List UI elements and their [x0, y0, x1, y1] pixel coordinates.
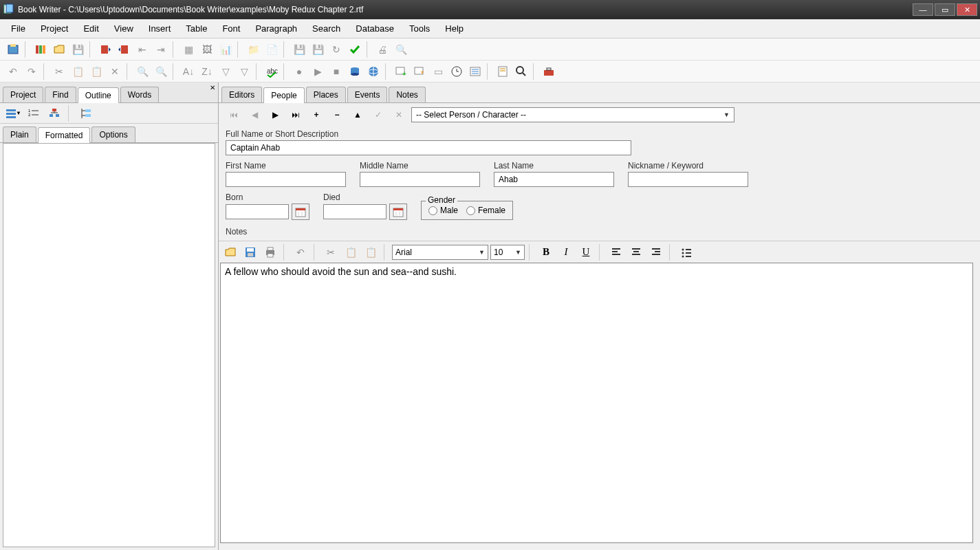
remove-icon[interactable]: − — [329, 108, 345, 122]
filter-icon[interactable]: ▽ — [217, 63, 235, 80]
subtab-plain[interactable]: Plain — [3, 126, 36, 142]
menu-file[interactable]: File — [4, 21, 32, 36]
gender-female-radio[interactable] — [466, 206, 475, 215]
book-in-icon[interactable] — [96, 41, 114, 58]
panel-close-icon[interactable]: ✕ — [210, 84, 215, 91]
table-icon[interactable]: ▦ — [179, 41, 197, 58]
minimize-button[interactable]: — — [913, 3, 933, 16]
project-icon[interactable] — [4, 41, 22, 58]
edit-up-icon[interactable]: ▲ — [349, 108, 366, 122]
gender-female-option[interactable]: Female — [466, 206, 505, 215]
tab-places[interactable]: Places — [306, 87, 346, 102]
paste-icon[interactable]: 📋 — [87, 63, 105, 80]
nickname-input[interactable] — [628, 172, 748, 187]
card-add-icon[interactable]: + — [392, 63, 410, 80]
gender-male-radio[interactable] — [428, 206, 437, 215]
print-icon[interactable]: 🖨 — [373, 41, 391, 58]
card-icon[interactable]: ▭ — [429, 63, 447, 80]
card-new-icon[interactable]: * — [411, 63, 428, 80]
bold-button[interactable]: B — [537, 244, 555, 261]
tab-outline[interactable]: Outline — [78, 87, 119, 103]
tab-words[interactable]: Words — [120, 87, 159, 102]
align-left-button[interactable] — [607, 244, 625, 261]
cut-icon[interactable]: ✂ — [50, 63, 68, 80]
menu-search[interactable]: Search — [305, 21, 347, 36]
book-out-icon[interactable] — [115, 41, 133, 58]
notes-paste-icon[interactable]: 📋 — [362, 243, 380, 261]
notes-save-icon[interactable] — [241, 243, 259, 261]
add-icon[interactable]: + — [308, 108, 325, 122]
nav-prev-icon[interactable]: ◀ — [246, 108, 263, 122]
play-icon[interactable]: ▶ — [309, 63, 327, 80]
menu-insert[interactable]: Insert — [142, 21, 178, 36]
tab-find[interactable]: Find — [45, 87, 76, 102]
menu-font[interactable]: Font — [215, 21, 247, 36]
tab-project[interactable]: Project — [3, 87, 43, 102]
redo-icon[interactable]: ↷ — [23, 63, 41, 80]
folder-icon[interactable]: 📁 — [244, 41, 262, 58]
align-right-button[interactable] — [647, 244, 665, 261]
cancel-icon[interactable]: ✕ — [391, 108, 407, 122]
nav-last-icon[interactable]: ⏭ — [287, 108, 304, 122]
tab-events[interactable]: Events — [347, 87, 388, 102]
undo-icon[interactable]: ↶ — [4, 63, 22, 80]
tree-icon[interactable] — [77, 104, 95, 122]
database-icon[interactable] — [346, 63, 364, 80]
tab-people[interactable]: People — [263, 87, 304, 103]
document-icon[interactable]: 📄 — [263, 41, 281, 58]
find-next-icon[interactable]: 🔍 — [152, 63, 170, 80]
tab-notes[interactable]: Notes — [389, 87, 425, 102]
sort-desc-icon[interactable]: Z↓ — [198, 63, 216, 80]
disk-all-icon[interactable]: 💾 — [309, 41, 327, 58]
nav-first-icon[interactable]: ⏮ — [226, 108, 242, 122]
first-name-input[interactable] — [226, 172, 346, 187]
zoom-icon[interactable] — [512, 63, 530, 80]
notes-print-icon[interactable] — [261, 243, 279, 261]
font-select[interactable]: Arial ▼ — [392, 245, 488, 260]
list-icon[interactable] — [466, 63, 484, 80]
image-icon[interactable]: 🖼 — [198, 41, 216, 58]
died-calendar-icon[interactable] — [389, 204, 407, 220]
subtab-formatted[interactable]: Formatted — [38, 127, 91, 143]
sort-asc-icon[interactable]: A↓ — [179, 63, 197, 80]
menu-database[interactable]: Database — [349, 21, 401, 36]
filter2-icon[interactable]: ▽ — [235, 63, 253, 80]
outline-style-icon[interactable]: ▼ — [4, 104, 22, 122]
disk-icon[interactable]: 💾 — [290, 41, 308, 58]
indent-left-icon[interactable]: ⇤ — [133, 41, 151, 58]
bullet-list-button[interactable] — [677, 244, 695, 261]
middle-name-input[interactable] — [360, 172, 480, 187]
italic-button[interactable]: I — [557, 244, 575, 261]
close-button[interactable]: ✕ — [957, 3, 977, 16]
clock-icon[interactable] — [448, 63, 466, 80]
preview-icon[interactable]: 🔍 — [392, 41, 410, 58]
numbered-list-icon[interactable]: 12 — [25, 104, 43, 122]
chart-icon[interactable]: 📊 — [217, 41, 235, 58]
notes-editor[interactable]: A fellow who should avoid the sun and se… — [220, 263, 973, 543]
born-calendar-icon[interactable] — [292, 204, 309, 220]
menu-project[interactable]: Project — [34, 21, 75, 36]
save-icon[interactable]: 💾 — [69, 41, 87, 58]
refresh-icon[interactable]: ↻ — [327, 41, 345, 58]
rec-icon[interactable]: ● — [290, 63, 308, 80]
subtab-options[interactable]: Options — [91, 126, 135, 142]
indent-right-icon[interactable]: ⇥ — [152, 41, 170, 58]
books-icon[interactable] — [32, 41, 50, 58]
open-icon[interactable] — [50, 41, 68, 58]
underline-button[interactable]: U — [577, 244, 595, 261]
find-icon[interactable]: 🔍 — [133, 63, 151, 80]
full-name-input[interactable] — [226, 140, 631, 155]
hierarchy-icon[interactable] — [45, 104, 63, 122]
maximize-button[interactable]: ▭ — [935, 3, 955, 16]
font-size-select[interactable]: 10 ▼ — [490, 245, 525, 260]
globe-icon[interactable] — [364, 63, 382, 80]
outline-content[interactable] — [3, 143, 215, 547]
spellcheck-icon[interactable]: abc — [263, 63, 281, 80]
notes-cut-icon[interactable]: ✂ — [322, 243, 340, 261]
gender-male-option[interactable]: Male — [428, 206, 458, 215]
delete-icon[interactable]: ✕ — [106, 63, 124, 80]
menu-help[interactable]: Help — [438, 21, 470, 36]
align-center-button[interactable] — [627, 244, 645, 261]
check-icon[interactable] — [346, 41, 364, 58]
menu-paragraph[interactable]: Paragraph — [248, 21, 304, 36]
